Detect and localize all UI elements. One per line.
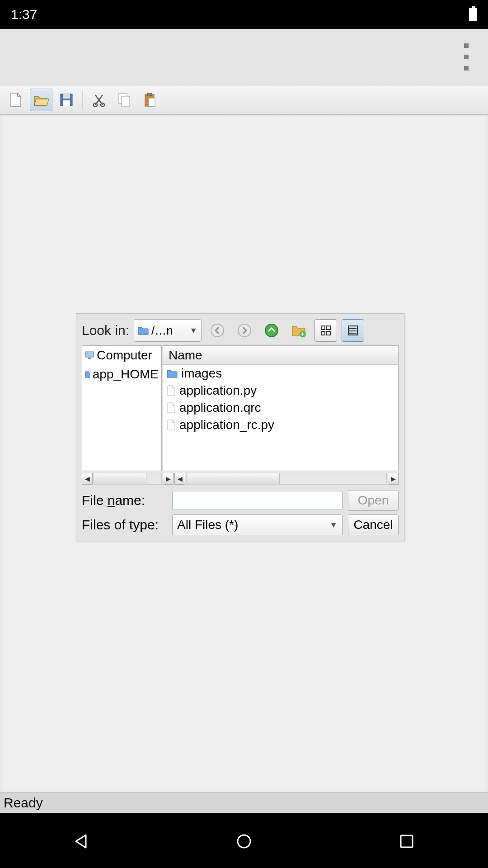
arrow-right-icon: [237, 323, 252, 338]
triangle-left-icon: [72, 832, 90, 850]
computer-icon: [85, 351, 94, 359]
svg-rect-1: [63, 94, 70, 99]
svg-rect-17: [327, 331, 330, 335]
files-of-type-value: All Files (*): [177, 518, 238, 532]
android-back-button[interactable]: [70, 830, 93, 853]
arrow-left-icon: [210, 323, 225, 338]
sidebar-pane[interactable]: Computer app_HOME: [82, 345, 162, 471]
save-file-button[interactable]: [55, 89, 78, 111]
svg-rect-14: [321, 326, 325, 330]
new-file-button[interactable]: [5, 89, 27, 111]
svg-point-11: [238, 324, 251, 337]
files-of-type-combo[interactable]: All Files (*) ▼: [172, 514, 343, 535]
detail-view-button[interactable]: [342, 319, 364, 342]
document-area: Look in: /…n ▼: [1, 116, 487, 791]
sidebar-scrollbar[interactable]: [94, 473, 162, 485]
square-icon: [399, 833, 415, 849]
svg-rect-25: [401, 835, 413, 847]
main-toolbar: [0, 85, 488, 115]
clock-text: 1:37: [11, 7, 37, 22]
file-name-input[interactable]: [172, 491, 343, 510]
android-nav-bar: [0, 813, 488, 868]
folder-icon: [167, 369, 178, 378]
file-name-row: File name: Open: [82, 490, 399, 511]
file-icon: [167, 402, 176, 413]
list-icon: [347, 325, 358, 336]
look-in-value: /…n: [151, 324, 173, 338]
scroll-left-button[interactable]: ◀: [82, 473, 93, 485]
file-label: images: [181, 366, 222, 381]
file-icon: [167, 420, 176, 430]
open-file-button[interactable]: [30, 89, 52, 111]
copy-icon: [118, 93, 131, 107]
file-list-pane[interactable]: Name images application.py application.q…: [163, 345, 399, 471]
copy-button[interactable]: [113, 89, 136, 111]
files-of-type-row: Files of type: All Files (*) ▼ Cancel: [82, 514, 399, 535]
open-button[interactable]: Open: [348, 490, 399, 511]
android-status-bar: 1:37: [0, 0, 488, 29]
file-label: application_rc.py: [179, 418, 274, 432]
floppy-disk-icon: [60, 93, 73, 107]
horizontal-scrollbars: ◀ ▶ ◀ ▶: [82, 473, 399, 485]
arrow-up-icon: [264, 323, 279, 338]
chevron-down-icon: ▼: [189, 326, 197, 335]
app-header: [0, 29, 488, 85]
svg-point-24: [238, 835, 250, 848]
chevron-down-icon: ▼: [329, 520, 338, 530]
svg-rect-9: [149, 98, 155, 106]
grid-icon: [320, 325, 331, 336]
file-label: application.py: [179, 383, 257, 398]
toolbar-separator: [82, 91, 83, 109]
look-in-row: Look in: /…n ▼: [82, 319, 399, 342]
battery-icon: [469, 8, 477, 21]
svg-rect-8: [147, 93, 152, 96]
sidebar-item-app-home[interactable]: app_HOME: [82, 365, 161, 384]
file-row[interactable]: application_rc.py: [163, 416, 398, 434]
clipboard-icon: [143, 93, 156, 107]
svg-rect-6: [122, 96, 130, 106]
folder-plus-icon: [291, 324, 306, 337]
svg-point-12: [265, 324, 278, 337]
android-home-button[interactable]: [232, 830, 256, 853]
folder-open-icon: [33, 94, 49, 106]
file-row[interactable]: application.qrc: [163, 399, 398, 416]
scroll-right-button[interactable]: ▶: [163, 473, 174, 485]
files-of-type-label: Files of type:: [82, 517, 167, 533]
file-row-folder[interactable]: images: [163, 365, 398, 382]
document-icon: [10, 93, 22, 107]
circle-icon: [235, 832, 253, 850]
file-row[interactable]: application.py: [163, 382, 398, 399]
overflow-menu-button[interactable]: [457, 43, 475, 71]
scroll-right-button[interactable]: ▶: [388, 473, 399, 485]
cut-button[interactable]: [88, 89, 110, 111]
scroll-left-button[interactable]: ◀: [174, 473, 185, 485]
file-open-dialog: Look in: /…n ▼: [76, 313, 404, 541]
svg-rect-23: [88, 358, 91, 359]
status-bar: Ready: [0, 792, 488, 813]
dialog-panes: Computer app_HOME Name images applicatio…: [82, 345, 399, 471]
sidebar-item-label: Computer: [97, 348, 152, 363]
folder-icon: [138, 326, 149, 335]
svg-rect-15: [327, 326, 330, 330]
status-text: Ready: [4, 795, 43, 811]
list-view-button[interactable]: [314, 319, 337, 342]
file-icon: [167, 385, 176, 396]
file-label: application.qrc: [179, 401, 261, 415]
new-folder-button[interactable]: [287, 319, 310, 342]
filelist-scrollbar[interactable]: [186, 473, 387, 485]
nav-forward-button[interactable]: [233, 319, 256, 342]
svg-rect-16: [321, 331, 325, 335]
look-in-combo[interactable]: /…n ▼: [134, 319, 202, 342]
android-recents-button[interactable]: [395, 830, 418, 853]
sidebar-item-computer[interactable]: Computer: [82, 346, 161, 365]
folder-icon: [85, 371, 90, 378]
column-header-name[interactable]: Name: [163, 346, 398, 365]
paste-button[interactable]: [138, 89, 161, 111]
cancel-button[interactable]: Cancel: [348, 514, 399, 535]
svg-rect-2: [63, 100, 70, 106]
sidebar-item-label: app_HOME: [93, 367, 159, 382]
nav-back-button[interactable]: [206, 319, 229, 342]
nav-up-button[interactable]: [260, 319, 283, 342]
svg-point-10: [211, 324, 224, 337]
svg-rect-22: [85, 352, 94, 357]
